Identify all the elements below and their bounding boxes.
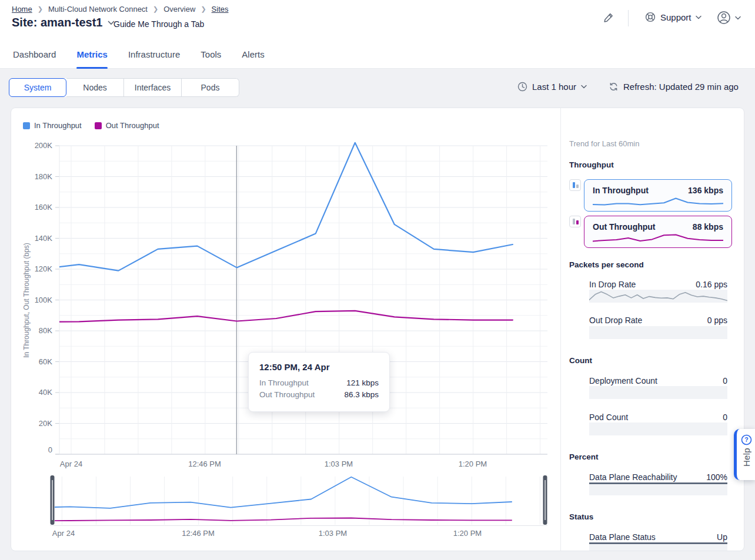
navigator-x-tick: 1:03 PM <box>303 529 362 538</box>
svg-text:?: ? <box>744 436 748 443</box>
in-throughput-sparkline <box>593 197 723 206</box>
help-button[interactable]: ? Help <box>734 429 755 480</box>
pod-count-sparkline <box>589 422 727 435</box>
data-plane-status-row: Data Plane Status Up <box>589 532 727 542</box>
tooltip-row: In Throughput 121 kbps <box>259 378 379 390</box>
metrics-card: In Throughput Out Throughput In Throughp… <box>11 108 744 551</box>
subtab-interfaces[interactable]: Interfaces <box>124 78 182 97</box>
page: Home ❯ Multi-Cloud Network Connect ❯ Ove… <box>0 0 755 560</box>
breadcrumb-separator: ❯ <box>153 5 158 13</box>
breadcrumb-sites[interactable]: Sites <box>212 5 229 14</box>
section-count: Count <box>569 356 592 365</box>
reachability-row: Data Plane Reachability 100% <box>589 472 727 482</box>
row-value: 100% <box>706 472 727 482</box>
chart-tooltip: 12:50 PM, 24 Apr In Throughput 121 kbps … <box>248 352 390 412</box>
page-title: Site: aman-test1 <box>12 16 115 29</box>
chevron-down-icon <box>696 15 701 19</box>
trend-title: Trend for Last 60min <box>569 139 639 148</box>
tab-infrastructure[interactable]: Infrastructure <box>128 49 180 68</box>
navigator-handle-left[interactable] <box>51 475 55 525</box>
header-divider <box>628 10 629 26</box>
trend-card-in-throughput[interactable]: In Throughput 136 kbps <box>584 179 732 212</box>
navigator-x-tick: 1:20 PM <box>438 529 497 538</box>
time-range-selector[interactable]: Last 1 hour <box>517 82 587 92</box>
breadcrumb-overview: Overview <box>163 5 195 14</box>
breadcrumb-home[interactable]: Home <box>12 5 32 14</box>
help-label: Help <box>741 448 751 467</box>
legend-in-throughput[interactable]: In Throughput <box>23 121 82 130</box>
in-drop-rate-row: In Drop Rate 0.16 pps <box>589 280 727 289</box>
refresh-icon <box>609 82 619 92</box>
refresh-button[interactable]: Refresh: Updated 29 min ago <box>609 82 739 92</box>
row-label: In Drop Rate <box>589 280 636 289</box>
trend-card-label: Out Throughput <box>593 222 656 232</box>
legend-out-throughput[interactable]: Out Throughput <box>95 121 159 130</box>
panel-divider <box>560 108 561 551</box>
subtab-system[interactable]: System <box>9 78 66 97</box>
chart-legend: In Throughput Out Throughput <box>23 121 159 130</box>
chevron-down-icon <box>735 16 741 20</box>
row-value: 0 <box>723 376 727 385</box>
top-header: Home ❯ Multi-Cloud Network Connect ❯ Ove… <box>0 0 755 69</box>
section-status: Status <box>569 512 593 521</box>
trend-card-value: 88 kbps <box>693 222 723 232</box>
subtab-pods[interactable]: Pods <box>182 78 239 97</box>
trend-panel: Trend for Last 60min Throughput In Throu… <box>569 108 737 551</box>
reachability-sparkline <box>589 482 727 495</box>
legend-label: Out Throughput <box>106 121 159 130</box>
tooltip-value: 121 kbps <box>346 378 379 390</box>
tooltip-value: 86.3 kbps <box>344 390 379 402</box>
section-packets: Packets per second <box>569 260 644 269</box>
tab-tools[interactable]: Tools <box>201 49 221 68</box>
legend-swatch-in <box>23 122 30 129</box>
account-menu[interactable] <box>716 10 741 25</box>
row-value: 0.16 pps <box>696 280 727 289</box>
help-question-icon: ? <box>741 434 752 445</box>
support-menu[interactable]: Support <box>644 11 701 23</box>
navigator-handle-right[interactable] <box>543 475 547 525</box>
tooltip-title: 12:50 PM, 24 Apr <box>259 362 379 372</box>
deployment-count-sparkline <box>589 386 727 399</box>
row-label: Out Drop Rate <box>589 316 642 325</box>
tab-alerts[interactable]: Alerts <box>242 49 264 68</box>
tab-metrics[interactable]: Metrics <box>76 49 108 68</box>
page-title-text: Site: aman-test1 <box>12 16 103 29</box>
chart-type-toggle-in[interactable] <box>569 179 581 191</box>
chart-navigator[interactable] <box>50 474 547 527</box>
row-value: 0 <box>723 413 727 422</box>
clock-icon <box>517 82 527 92</box>
legend-swatch-out <box>95 122 102 129</box>
support-label: Support <box>660 12 691 22</box>
out-drop-rate-row: Out Drop Rate 0 pps <box>589 316 727 325</box>
navigator-x-tick: 12:46 PM <box>169 529 228 538</box>
x-tick: 12:46 PM <box>175 460 234 468</box>
tab-dashboard[interactable]: Dashboard <box>13 49 56 68</box>
navigator-x-tick: Apr 24 <box>34 529 93 538</box>
out-drop-rate-sparkline <box>589 326 727 339</box>
tooltip-label: Out Throughput <box>259 390 315 402</box>
row-label: Data Plane Reachability <box>589 472 677 482</box>
in-drop-rate-sparkline <box>589 290 727 303</box>
legend-label: In Throughput <box>34 121 82 130</box>
chevron-down-icon <box>581 85 587 89</box>
breadcrumb-mcn: Multi-Cloud Network Connect <box>48 5 148 14</box>
x-tick: Apr 24 <box>42 460 101 468</box>
row-value: 0 pps <box>707 316 727 325</box>
trend-card-out-throughput[interactable]: Out Throughput 88 kbps <box>584 216 732 248</box>
section-throughput: Throughput <box>569 160 614 169</box>
account-avatar-icon <box>716 10 731 25</box>
row-label: Deployment Count <box>589 376 657 385</box>
guide-me-link[interactable]: Guide Me Through a Tab <box>113 19 204 29</box>
main-tabs: Dashboard Metrics Infrastructure Tools A… <box>13 49 265 68</box>
out-throughput-sparkline <box>593 233 723 243</box>
subtab-nodes[interactable]: Nodes <box>66 78 124 97</box>
throughput-line-chart[interactable] <box>11 138 559 467</box>
time-range-label: Last 1 hour <box>532 82 576 92</box>
support-lifebuoy-icon <box>644 11 656 23</box>
status-sparkline <box>589 542 727 551</box>
x-tick: 1:03 PM <box>309 460 368 468</box>
chart-type-toggle-out[interactable] <box>569 216 581 227</box>
breadcrumb-separator: ❯ <box>201 5 206 13</box>
edit-pencil-icon[interactable] <box>603 12 614 24</box>
row-label: Data Plane Status <box>589 532 656 542</box>
